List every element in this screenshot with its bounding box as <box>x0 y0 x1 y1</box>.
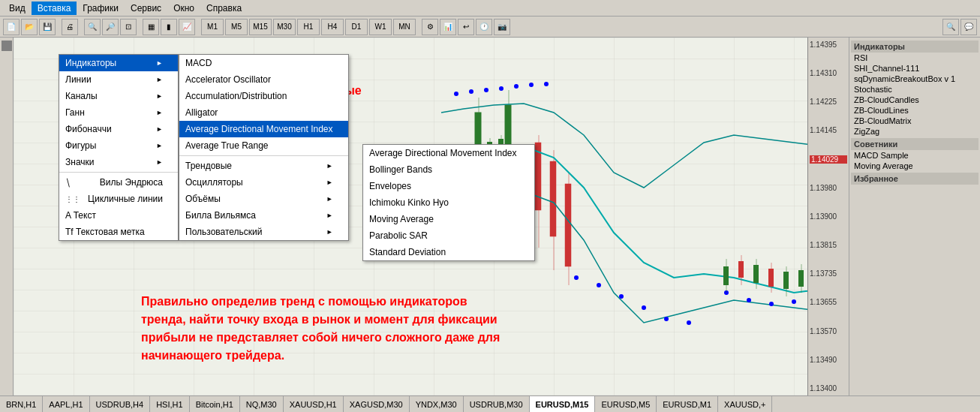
menu-custom[interactable]: Пользовательский ► <box>179 224 348 240</box>
tab-usdrub-h4[interactable]: USDRUB,H4 <box>90 396 151 412</box>
menu-icons[interactable]: Значки ► <box>59 154 178 170</box>
menu-alligator[interactable]: Alligator <box>179 104 348 121</box>
menu-atr[interactable]: Average True Range <box>179 137 348 154</box>
menu-indicators[interactable]: Индикаторы ► <box>59 55 178 71</box>
toolbar-period-m30[interactable]: M30 <box>273 19 296 35</box>
rp-zb-lines[interactable]: ZB-CloudLines <box>851 105 978 116</box>
svg-point-24 <box>687 320 691 325</box>
svg-point-14 <box>484 88 488 92</box>
toolbar-search[interactable]: 🔍 <box>942 19 959 35</box>
menu-window[interactable]: Окно <box>167 2 200 15</box>
tab-bitcoin[interactable]: Bitcoin,H1 <box>190 396 240 412</box>
toolbar-period-m5[interactable]: M5 <box>225 19 248 35</box>
menu-accumulation[interactable]: Accumulation/Distribution <box>179 88 348 104</box>
chart-area[interactable]: 1.14395 1.14310 1.14225 1.14145 1.14029 … <box>14 38 849 395</box>
toolbar-indicators-list[interactable]: 📊 <box>440 19 456 35</box>
menu-accelerator[interactable]: Accelerator Oscillator <box>179 71 348 88</box>
toolbar-period-w1[interactable]: W1 <box>369 19 392 35</box>
menu-figures[interactable]: Фигуры ► <box>59 137 178 154</box>
rp-zigzag[interactable]: ZigZag <box>851 126 978 137</box>
menu-bill-williams[interactable]: Билла Вильямса ► <box>179 207 348 224</box>
rp-sqdb[interactable]: sqDynamicBreakoutBox v 1 <box>851 74 978 84</box>
menu-service[interactable]: Сервис <box>125 2 167 15</box>
menu-macd[interactable]: MACD <box>179 55 348 71</box>
submenu-arrow-trend: ► <box>326 162 333 170</box>
tab-yndx[interactable]: YNDX,M30 <box>410 396 464 412</box>
toolbar-clock[interactable]: 🕐 <box>476 19 492 35</box>
tab-xagusd[interactable]: XAGUSD,M30 <box>344 396 410 412</box>
rp-macd-sample[interactable]: MACD Sample <box>851 150 978 161</box>
svg-point-15 <box>499 86 504 91</box>
rp-zb-candles[interactable]: ZB-CloudCandles <box>851 95 978 105</box>
toolbar-new[interactable]: 📄 <box>3 19 20 35</box>
menu-parabolic[interactable]: Parabolic SAR <box>363 227 534 244</box>
rp-moving-average[interactable]: Moving Average <box>851 161 978 171</box>
tab-nq[interactable]: NQ,M30 <box>240 396 284 412</box>
tab-aapl[interactable]: AAPL,H1 <box>43 396 89 412</box>
menu-andrews[interactable]: ╲ Вилы Эндрюса <box>59 174 178 191</box>
menu-volumes[interactable]: Объёмы ► <box>179 191 348 207</box>
rp-stochastic[interactable]: Stochastic <box>851 84 978 95</box>
submenu-arrow-figures: ► <box>156 142 163 149</box>
toolbar-line[interactable]: 📈 <box>179 19 195 35</box>
toolbar-open[interactable]: 📂 <box>21 19 38 35</box>
menu-charts[interactable]: Графики <box>77 2 125 15</box>
menu-sep-1 <box>59 172 178 173</box>
menu-adx[interactable]: Average Directional Movement Index <box>179 121 348 137</box>
toolbar-period-h1[interactable]: H1 <box>297 19 320 35</box>
toolbar-period-h4[interactable]: H4 <box>321 19 344 35</box>
rp-zb-matrix[interactable]: ZB-CloudMatrix <box>851 116 978 126</box>
toolbar-period-mn[interactable]: MN <box>393 19 416 35</box>
price-12: 1.13400 <box>810 384 847 392</box>
toolbar-zoom-out[interactable]: 🔎 <box>102 19 119 35</box>
menu-insert[interactable]: Вставка <box>32 2 77 15</box>
price-7: 1.13815 <box>810 241 847 249</box>
toolbar-period-d1[interactable]: D1 <box>345 19 368 35</box>
menu-help[interactable]: Справка <box>200 2 248 15</box>
toolbar-period-m1[interactable]: M1 <box>201 19 224 35</box>
menu-text[interactable]: A Текст <box>59 207 178 224</box>
svg-point-28 <box>792 299 796 304</box>
price-1: 1.14395 <box>810 41 847 49</box>
rp-shi-channel[interactable]: SHI_Channel-111 <box>851 63 978 74</box>
rp-rsi[interactable]: RSI <box>851 53 978 63</box>
tab-usdrub-m30[interactable]: USDRUB,M30 <box>464 396 530 412</box>
svg-rect-54 <box>753 265 759 283</box>
menu-ichimoku[interactable]: Ichimoku Kinko Hyo <box>363 194 534 211</box>
tab-eurusd-m5[interactable]: EURUSD,M5 <box>595 396 657 412</box>
menu-view[interactable]: Вид <box>3 2 32 15</box>
menu-trend-adx[interactable]: Average Directional Movement Index <box>363 145 534 161</box>
toolbar-zoom-in[interactable]: 🔍 <box>84 19 101 35</box>
svg-rect-56 <box>768 269 774 287</box>
menu-fibonacci[interactable]: Фибоначчи ► <box>59 121 178 137</box>
toolbar-arrow[interactable]: ↩ <box>458 19 474 35</box>
toolbar-chat[interactable]: 💬 <box>960 19 977 35</box>
toolbar-save[interactable]: 💾 <box>39 19 56 35</box>
tab-hsi[interactable]: HSI,H1 <box>150 396 189 412</box>
toolbar-fit[interactable]: ⊡ <box>120 19 137 35</box>
tab-xauusd[interactable]: XAUUSD,H1 <box>284 396 344 412</box>
menu-lines[interactable]: Линии ► <box>59 71 178 88</box>
sidebar-arrow-up[interactable] <box>2 41 12 51</box>
tab-brn[interactable]: BRN,H1 <box>0 396 43 412</box>
toolbar-candle[interactable]: ▮ <box>161 19 177 35</box>
menu-cyclic[interactable]: ⋮⋮ Цикличные линии <box>59 191 178 207</box>
menu-oscillators[interactable]: Осцилляторы ► <box>179 174 348 191</box>
tab-eurusd-m1[interactable]: EURUSD,M1 <box>657 396 718 412</box>
menu-bollinger[interactable]: Bollinger Bands <box>363 161 534 178</box>
menu-envelopes[interactable]: Envelopes <box>363 178 534 194</box>
menu-std-dev[interactable]: Standard Deviation <box>363 244 534 260</box>
toolbar-expert[interactable]: ⚙ <box>422 19 438 35</box>
toolbar-print[interactable]: 🖨 <box>62 19 78 35</box>
tab-xauusd-plus[interactable]: XAUUSD,+ <box>718 396 772 412</box>
menu-textlabel[interactable]: Tf Текстовая метка <box>59 224 178 240</box>
svg-point-20 <box>597 283 601 287</box>
menu-channels[interactable]: Каналы ► <box>59 88 178 104</box>
menu-trend[interactable]: Трендовые ► <box>179 158 348 174</box>
toolbar-period-m15[interactable]: M15 <box>249 19 272 35</box>
menu-moving-average[interactable]: Moving Average <box>363 211 534 227</box>
menu-gann[interactable]: Ганн ► <box>59 104 178 121</box>
toolbar-screenshot[interactable]: 📷 <box>494 19 510 35</box>
toolbar-bar-chart[interactable]: ▦ <box>143 19 159 35</box>
tab-eurusd-m15[interactable]: EURUSD,M15 <box>530 396 596 412</box>
